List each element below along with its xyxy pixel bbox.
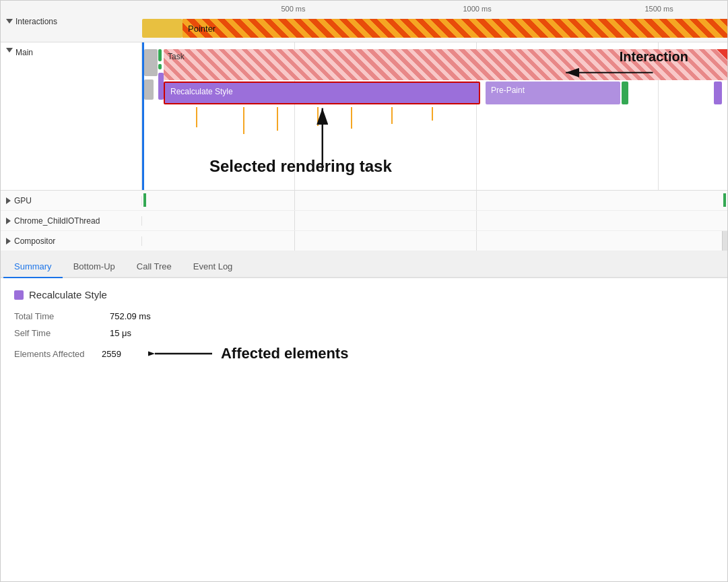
ruler-500ms: 500 ms <box>281 5 305 13</box>
summary-panel: Recalculate Style Total Time 752.09 ms S… <box>1 278 728 373</box>
main-content-area: Task Recalculate Style Pre-Paint <box>142 42 728 190</box>
affected-elements-annotation: Affected elements <box>221 345 349 362</box>
green-bar-2 <box>158 64 162 69</box>
total-time-row: Total Time 752.09 ms <box>14 311 715 321</box>
scrollbar[interactable] <box>722 231 728 251</box>
summary-title-row: Recalculate Style <box>14 289 715 300</box>
summary-title-text: Recalculate Style <box>29 289 107 300</box>
interactions-label: Interactions <box>1 17 142 26</box>
affected-arrow-svg <box>148 347 216 360</box>
pointer-interaction-bar: Pointer <box>183 19 728 38</box>
green-bar-right <box>622 82 628 104</box>
tab-bottom-up[interactable]: Bottom-Up <box>63 256 126 278</box>
total-time-value: 752.09 ms <box>110 311 151 321</box>
tick-1 <box>196 107 197 127</box>
tab-call-tree[interactable]: Call Tree <box>126 256 183 278</box>
red-corner <box>717 49 728 61</box>
tick-6 <box>391 107 393 124</box>
recalculate-label: Recalculate Style <box>170 87 233 96</box>
gpu-green-1 <box>143 193 146 207</box>
app-wrapper: Interactions 500 ms 1000 ms 1500 ms Poin… <box>1 1 728 582</box>
compositor-content <box>142 231 728 251</box>
small-gray-bar-1 <box>144 49 158 76</box>
tick-7 <box>432 107 433 121</box>
gpu-vline-2 <box>476 191 477 210</box>
chrome-child-expand-icon[interactable] <box>6 218 11 224</box>
main-label: Main <box>1 42 142 190</box>
self-time-key: Self Time <box>14 328 102 338</box>
tick-2 <box>243 107 244 134</box>
main-collapse-icon[interactable] <box>6 48 13 53</box>
total-time-key: Total Time <box>14 311 102 321</box>
gpu-label-text: GPU <box>14 196 32 205</box>
gpu-expand-icon[interactable] <box>6 197 11 204</box>
tick-5 <box>351 107 352 129</box>
tick-4 <box>317 107 319 126</box>
gpu-content <box>142 191 728 210</box>
tick-3 <box>277 107 278 131</box>
elements-affected-key: Elements Affected <box>14 349 102 359</box>
purple-bar-left <box>158 73 164 100</box>
gpu-label: GPU <box>1 196 142 205</box>
comp-vline-2 <box>476 231 477 251</box>
ruler-1500ms: 1500 ms <box>644 5 673 13</box>
tabs-bar: Summary Bottom-Up Call Tree Event Log <box>1 251 728 278</box>
selected-rendering-annotation: Selected rendering task <box>209 157 392 176</box>
small-gray-bar-2 <box>144 79 154 100</box>
chrome-child-label: Chrome_ChildIOThread <box>1 216 142 226</box>
purple-square-icon <box>14 290 24 300</box>
prepaint-label: Pre-Paint <box>491 86 525 95</box>
recalculate-style-bar[interactable]: Recalculate Style <box>164 82 480 104</box>
tab-summary[interactable]: Summary <box>3 256 63 278</box>
tab-event-log[interactable]: Event Log <box>183 256 244 278</box>
cc-vline-2 <box>476 211 477 230</box>
compositor-label-text: Compositor <box>14 236 55 246</box>
self-time-row: Self Time 15 μs <box>14 328 715 338</box>
purple-bar-far-right <box>714 82 722 104</box>
prepaint-bar: Pre-Paint <box>486 82 620 104</box>
gpu-green-2 <box>723 193 726 207</box>
pointer-yellow-bar <box>142 19 183 38</box>
gpu-row: GPU <box>1 191 728 211</box>
interactions-row: Interactions 500 ms 1000 ms 1500 ms Poin… <box>1 1 728 42</box>
comp-vline-1 <box>294 231 295 251</box>
gpu-vline-1 <box>294 191 295 210</box>
cc-vline-1 <box>294 211 295 230</box>
ruler-1000ms: 1000 ms <box>463 5 491 13</box>
chrome-child-content <box>142 211 728 230</box>
main-label-text: Main <box>15 48 33 57</box>
compositor-label: Compositor <box>1 236 142 246</box>
long-task-bar: Task <box>164 49 728 80</box>
main-row: Main Task Recalcu <box>1 42 728 191</box>
interactions-label-text: Interactions <box>15 17 57 26</box>
green-bar-1 <box>158 49 162 61</box>
chrome-child-label-text: Chrome_ChildIOThread <box>14 216 100 226</box>
interactions-collapse-icon[interactable] <box>6 19 13 24</box>
elements-affected-value: 2559 <box>102 349 121 359</box>
self-time-value: 15 μs <box>110 328 131 338</box>
pointer-label: Pointer <box>188 24 216 34</box>
compositor-row: Compositor <box>1 231 728 251</box>
compositor-expand-icon[interactable] <box>6 238 11 245</box>
task-label: Task <box>168 52 185 61</box>
elements-affected-row: Elements Affected 2559 Affected elements <box>14 345 715 362</box>
chrome-child-row: Chrome_ChildIOThread <box>1 211 728 231</box>
